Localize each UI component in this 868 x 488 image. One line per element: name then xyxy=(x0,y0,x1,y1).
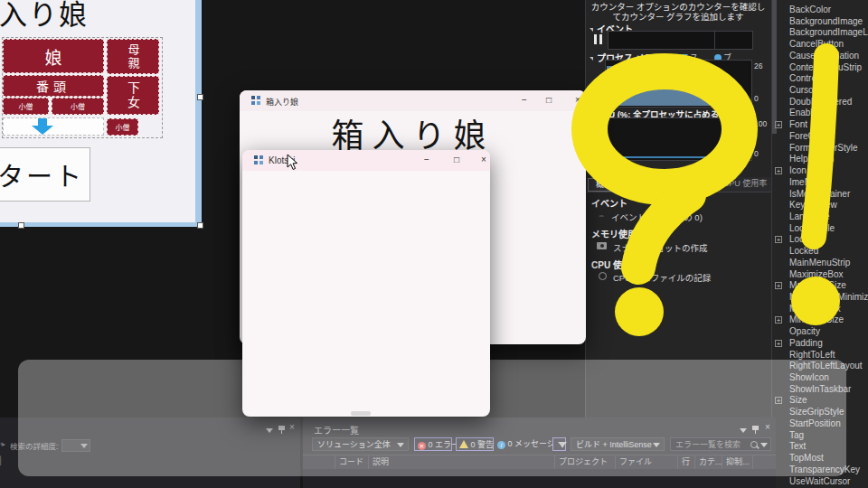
expander-icon[interactable]: + xyxy=(775,340,782,347)
property-row[interactable]: Enabled xyxy=(772,108,868,119)
events-timeline[interactable] xyxy=(608,31,753,50)
axis-label: 0 xyxy=(754,94,759,103)
property-row[interactable]: BackgroundImageLayout xyxy=(772,27,868,39)
klotski-window: Klotski − □ × xyxy=(242,150,490,417)
property-row[interactable]: FormBorderStyle xyxy=(772,143,868,155)
resize-handle[interactable] xyxy=(18,222,24,229)
property-name: HelpButton xyxy=(789,154,834,164)
maximize-button[interactable]: □ xyxy=(541,92,557,108)
clipped-icon: ‹ xyxy=(0,439,3,448)
property-row[interactable]: Localizable xyxy=(772,223,868,235)
events-icon: ⇔ xyxy=(598,211,605,220)
property-row[interactable]: UseWaitCursor xyxy=(772,476,868,488)
tile-kozo[interactable]: 小僧 xyxy=(3,98,49,115)
property-name: RightToLeft xyxy=(789,350,835,360)
property-row[interactable]: +MaximumSize xyxy=(772,280,868,292)
property-row[interactable]: DoubleBuffered xyxy=(772,97,868,108)
property-row[interactable]: MainMenuStrip xyxy=(772,258,868,269)
property-name: BackColor xyxy=(789,5,831,14)
property-row[interactable]: IsMdiContainer xyxy=(772,189,868,201)
resize-handle[interactable] xyxy=(197,222,203,229)
property-name: BackgroundImage xyxy=(789,16,863,26)
property-name: MainMenuStrip xyxy=(789,258,850,267)
record-cpu-link[interactable]: CPU プロファイルの記録 xyxy=(613,271,711,284)
property-row[interactable]: Locked xyxy=(772,246,868,258)
property-row[interactable]: MaximizeBox xyxy=(772,269,868,281)
empty-tile[interactable] xyxy=(3,117,104,136)
tile-label: 下女 xyxy=(124,81,142,110)
property-row[interactable]: MdiChildrenMinimizedAnchorBottom xyxy=(772,292,868,304)
expander-icon[interactable]: + xyxy=(775,236,782,243)
tile-musume[interactable]: 娘 xyxy=(3,39,104,73)
property-name: UseWaitCursor xyxy=(789,476,850,486)
app-icon xyxy=(251,96,260,105)
tile-gejo[interactable]: 下女 xyxy=(107,76,159,115)
property-row[interactable]: +Icon xyxy=(772,165,868,177)
pause-icon[interactable] xyxy=(594,34,602,44)
expander-icon[interactable]: + xyxy=(775,316,782,324)
show-events-link[interactable]: イベントの表示 (0 の 0) xyxy=(611,211,703,223)
property-name: ControlBox xyxy=(789,73,834,83)
minimize-button[interactable]: − xyxy=(516,92,533,108)
property-name: Location xyxy=(789,234,824,244)
diag-tab-4[interactable]: CPU 使用率 xyxy=(720,178,770,190)
property-row[interactable]: MinimizeBox xyxy=(772,304,868,315)
resize-handle[interactable] xyxy=(197,94,203,100)
tile-label: 小僧 xyxy=(19,101,33,111)
property-row[interactable]: Cursor xyxy=(772,85,868,97)
property-row[interactable]: ContextMenuStrip xyxy=(772,62,868,74)
property-row[interactable]: Opacity xyxy=(772,326,868,338)
memory-graph-area xyxy=(607,66,716,106)
property-row[interactable]: CausesValidation xyxy=(772,51,868,62)
diag-tab-3[interactable]: メモリ使用量 xyxy=(662,178,718,190)
puzzle-board: 娘 母親 番頭 下女 小僧 小僧 小僧 xyxy=(3,38,162,137)
close-button[interactable]: × xyxy=(476,152,490,168)
diagnostic-tools-panel: カウンター オプションのカウンターを確認してカウンター グラフを追加します イベ… xyxy=(585,0,772,418)
property-name: Padding xyxy=(789,338,823,348)
property-row[interactable]: +MinimumSize xyxy=(772,314,868,326)
expander-icon[interactable]: + xyxy=(775,282,782,289)
hakoiri-titlebar[interactable]: 箱入り娘 − □ × xyxy=(240,90,586,111)
diag-tab-1[interactable]: 概要 xyxy=(588,178,620,192)
tile-kozo[interactable]: 小僧 xyxy=(52,98,104,115)
maximize-button[interactable]: □ xyxy=(448,152,465,168)
take-snapshot-link[interactable]: スナップショットの作成 xyxy=(613,241,708,254)
overview-memory-header: メモリ使用量 xyxy=(591,227,646,240)
tile-hahaoya[interactable]: 母親 xyxy=(107,39,159,74)
property-row[interactable]: ControlBox xyxy=(772,73,868,85)
axis-label: 0 xyxy=(754,149,759,158)
clipped-icon: ▏ xyxy=(0,456,6,465)
screen: 箱入り娘 娘 母親 番頭 下女 小僧 小僧 小僧 スタート カウンター オプショ… xyxy=(0,0,868,488)
clipped-text xyxy=(351,411,371,416)
property-row[interactable]: +Location xyxy=(772,234,868,246)
property-row[interactable]: HelpButton xyxy=(772,154,868,165)
expander-icon[interactable]: + xyxy=(775,167,782,174)
collapse-icon xyxy=(590,28,593,32)
property-row[interactable]: KeyPreview xyxy=(772,200,868,211)
start-button[interactable]: スタート xyxy=(0,147,90,202)
close-button[interactable]: × xyxy=(570,92,586,108)
property-name: ImeMode xyxy=(789,177,827,187)
property-row[interactable]: ImeMode xyxy=(772,177,868,189)
axis-label: 0 xyxy=(594,149,599,158)
property-row[interactable]: BackColor xyxy=(772,5,868,16)
property-name: Icon xyxy=(789,165,807,175)
property-row[interactable]: BackgroundImage xyxy=(772,16,868,28)
klotski-titlebar[interactable]: Klotski − □ × xyxy=(242,150,490,171)
property-row[interactable]: +Padding xyxy=(772,338,868,350)
minimize-button[interactable]: − xyxy=(419,152,435,168)
property-row[interactable]: CancelButton xyxy=(772,39,868,51)
property-name: CausesValidation xyxy=(789,51,859,61)
property-name: ContextMenuStrip xyxy=(789,62,862,72)
tile-kozo[interactable]: 小僧 xyxy=(107,118,138,136)
tile-banto[interactable]: 番頭 xyxy=(3,75,104,97)
property-name: Font xyxy=(789,119,807,129)
property-row[interactable]: +Font xyxy=(772,119,868,131)
axis-label: 100 xyxy=(754,119,767,128)
property-row[interactable]: Language xyxy=(772,211,868,223)
diag-tab-2[interactable]: イベント xyxy=(620,178,660,190)
property-row[interactable]: ForeColor xyxy=(772,131,868,143)
mouse-cursor xyxy=(287,154,298,171)
expander-icon[interactable]: + xyxy=(775,121,782,128)
property-name: Enabled xyxy=(789,108,823,117)
